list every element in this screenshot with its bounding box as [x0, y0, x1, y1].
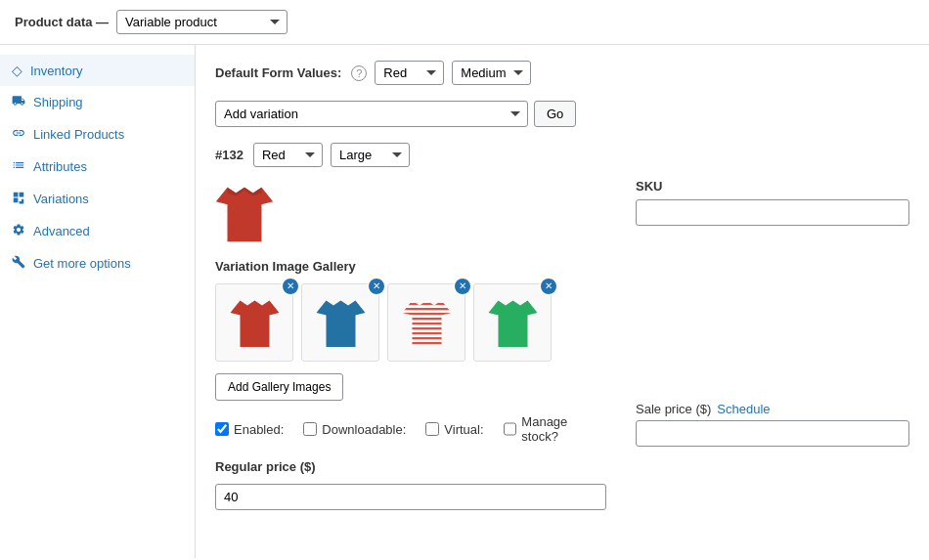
default-form-values-label: Default Form Values:: [215, 65, 341, 80]
variation-row: #132 Red Blue Green Small Medium Large: [215, 143, 909, 167]
product-data-header: Product data — Variable product Simple p…: [0, 0, 929, 45]
variation-left-panel: Variation Image Gallery: [215, 179, 606, 510]
gallery-title: Variation Image Gallery: [215, 259, 606, 274]
downloadable-checkbox-item: Downloadable:: [303, 422, 406, 437]
enabled-label: Enabled:: [234, 422, 284, 437]
help-icon[interactable]: ?: [351, 65, 367, 81]
virtual-checkbox-item: Virtual:: [425, 422, 483, 437]
gallery-item-red[interactable]: [215, 283, 293, 362]
sku-label: SKU: [636, 179, 909, 194]
regular-price-label: Regular price ($): [215, 459, 606, 474]
inventory-icon: ◇: [12, 63, 22, 78]
sale-price-label-row: Sale price ($) Schedule: [636, 402, 909, 416]
virtual-label: Virtual:: [444, 422, 483, 437]
virtual-checkbox[interactable]: [425, 422, 439, 436]
variation-right-panel: SKU Sale price ($) Schedule: [636, 179, 909, 510]
add-gallery-images-button[interactable]: Add Gallery Images: [215, 373, 343, 401]
svg-marker-0: [216, 188, 273, 241]
remove-blue-button[interactable]: [367, 277, 386, 296]
enabled-checkbox[interactable]: [215, 422, 229, 436]
gallery-item-blue[interactable]: [301, 283, 379, 362]
sidebar-item-advanced[interactable]: Advanced: [0, 215, 195, 247]
regular-price-input[interactable]: [215, 484, 606, 510]
remove-green-button[interactable]: [539, 277, 558, 296]
gallery-images-container: [215, 283, 606, 362]
manage-stock-label: Manage stock?: [521, 414, 606, 444]
sku-input[interactable]: [636, 199, 909, 226]
svg-marker-7: [488, 301, 537, 348]
sidebar-item-linked-products[interactable]: Linked Products: [0, 118, 195, 151]
shipping-icon: [12, 94, 25, 110]
get-more-options-icon: [12, 255, 25, 272]
product-type-select[interactable]: Variable product Simple product Grouped …: [116, 10, 288, 34]
gallery-item-green[interactable]: [473, 283, 552, 362]
product-data-label: Product data —: [15, 15, 109, 29]
size-select[interactable]: Small Medium Large: [452, 61, 531, 85]
checkboxes-row: Enabled: Downloadable: Virtual: Man: [215, 414, 606, 444]
variation-size-select[interactable]: Small Medium Large: [331, 143, 410, 167]
remove-red-button[interactable]: [281, 277, 300, 296]
svg-marker-3: [316, 301, 365, 348]
sale-price-label: Sale price ($): [636, 402, 711, 416]
downloadable-checkbox[interactable]: [303, 422, 317, 436]
sidebar-item-variations[interactable]: Variations: [0, 183, 195, 215]
sidebar-item-get-more-options[interactable]: Get more options: [0, 247, 195, 280]
price-section: Regular price ($): [215, 459, 606, 510]
enabled-checkbox-item: Enabled:: [215, 422, 284, 437]
color-select[interactable]: Red Blue Green: [375, 61, 444, 85]
advanced-icon: [12, 223, 25, 239]
shirt-preview-image[interactable]: [215, 179, 274, 247]
go-button[interactable]: Go: [534, 101, 576, 127]
variations-icon: [12, 191, 25, 207]
gallery-section: Variation Image Gallery: [215, 259, 606, 510]
sidebar: ◇ Inventory Shipping Linked Products Att…: [0, 45, 196, 558]
sku-field: SKU: [636, 179, 909, 226]
sidebar-item-attributes[interactable]: Attributes: [0, 151, 195, 183]
gallery-item-striped[interactable]: [387, 283, 465, 362]
remove-striped-button[interactable]: [453, 277, 472, 296]
default-form-values-row: Default Form Values: ? Red Blue Green Sm…: [215, 61, 909, 85]
sale-price-section: Sale price ($) Schedule: [636, 402, 909, 447]
manage-stock-checkbox-item: Manage stock?: [504, 414, 606, 444]
main-content: Default Form Values: ? Red Blue Green Sm…: [196, 45, 929, 558]
sidebar-item-shipping[interactable]: Shipping: [0, 86, 195, 118]
downloadable-label: Downloadable:: [322, 422, 406, 437]
svg-marker-6: [402, 301, 451, 348]
add-variation-select[interactable]: Add variation Add all variations: [215, 101, 528, 127]
main-layout: ◇ Inventory Shipping Linked Products Att…: [0, 45, 929, 558]
schedule-link[interactable]: Schedule: [717, 402, 770, 416]
regular-price-field: Regular price ($): [215, 459, 606, 510]
variation-id: #132: [215, 148, 243, 162]
add-variation-row: Add variation Add all variations Go: [215, 101, 909, 127]
sale-price-input[interactable]: [636, 420, 909, 447]
sidebar-item-inventory[interactable]: ◇ Inventory: [0, 55, 195, 86]
manage-stock-checkbox[interactable]: [504, 422, 517, 436]
variation-color-select[interactable]: Red Blue Green: [253, 143, 323, 167]
svg-marker-2: [230, 301, 279, 348]
attributes-icon: [12, 158, 25, 175]
linked-products-icon: [12, 126, 25, 143]
